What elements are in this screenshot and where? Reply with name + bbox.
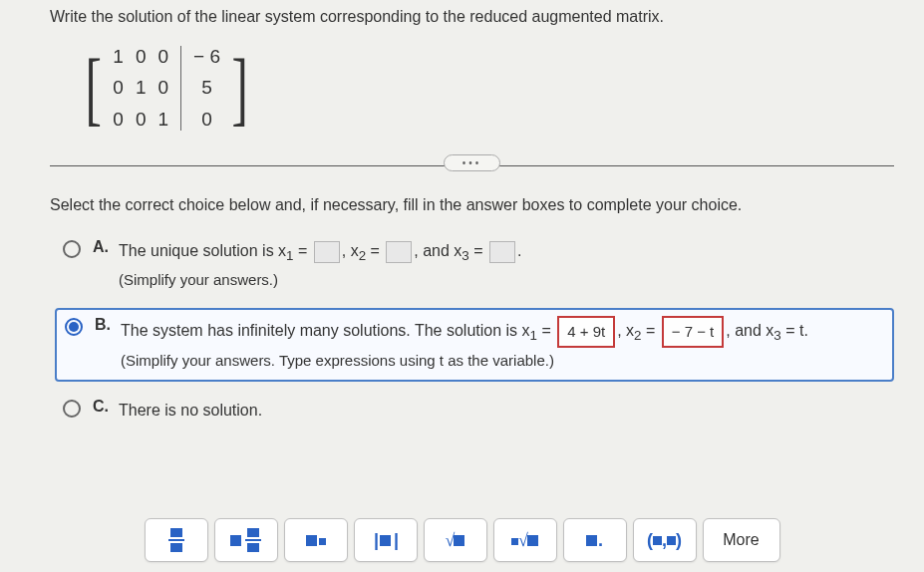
choice-a-letter: A.: [93, 238, 109, 256]
tool-mixed-fraction[interactable]: [214, 518, 278, 562]
radio-c[interactable]: [63, 400, 81, 418]
tool-nth-root[interactable]: √: [493, 518, 557, 562]
augmented-matrix: [ 100 010 001 − 650 ]: [80, 41, 253, 136]
radio-b[interactable]: [65, 318, 83, 336]
choice-a-input-x3[interactable]: [489, 241, 515, 263]
augment-divider: [180, 46, 181, 131]
expand-button[interactable]: •••: [444, 154, 501, 171]
choice-b[interactable]: B. The system has infinitely many soluti…: [55, 308, 894, 382]
math-toolbar: | | √ √ . (,) More: [0, 518, 924, 562]
tool-decimal[interactable]: .: [563, 518, 627, 562]
choice-b-text-2: , x: [617, 322, 634, 339]
choice-c-letter: C.: [93, 398, 109, 416]
choice-b-text-3: , and x: [726, 322, 773, 339]
choice-b-text-1: The system has infinitely many solutions…: [121, 322, 530, 339]
tool-more[interactable]: More: [703, 518, 780, 562]
choice-b-input-x1[interactable]: 4 + 9t: [557, 316, 615, 348]
tool-exponent[interactable]: [284, 518, 348, 562]
bracket-right-icon: ]: [231, 54, 247, 124]
choice-b-x3: = t.: [781, 322, 808, 339]
bracket-left-icon: [: [85, 54, 101, 124]
radio-a[interactable]: [63, 240, 81, 258]
matrix-col-2: 010: [130, 41, 153, 136]
tool-absolute-value[interactable]: | |: [354, 518, 418, 562]
choice-b-input-x2[interactable]: − 7 − t: [662, 316, 725, 348]
choice-a-hint: (Simplify your answers.): [119, 271, 278, 288]
tool-sqrt[interactable]: √: [424, 518, 487, 562]
tool-ordered-pair[interactable]: (,): [633, 518, 697, 562]
question-text: Write the solution of the linear system …: [50, 8, 894, 26]
instruction-text: Select the correct choice below and, if …: [50, 196, 894, 214]
choice-a[interactable]: A. The unique solution is x1 = , x2 = , …: [55, 232, 894, 298]
choice-a-text-1: The unique solution is x: [119, 242, 286, 259]
tool-fraction[interactable]: [145, 518, 208, 562]
choice-b-hint: (Simplify your answers. Type expressions…: [121, 352, 554, 369]
choice-c-text: There is no solution.: [119, 398, 262, 424]
choice-a-input-x2[interactable]: [386, 241, 412, 263]
choice-c[interactable]: C. There is no solution.: [55, 392, 894, 429]
choice-a-text-2: , x: [342, 242, 359, 259]
choice-a-input-x1[interactable]: [314, 241, 340, 263]
choice-a-text-3: , and x: [414, 242, 462, 259]
matrix-col-3: 001: [152, 41, 174, 136]
choice-b-letter: B.: [95, 316, 111, 334]
matrix-col-1: 100: [107, 41, 130, 136]
matrix-col-aug: − 650: [187, 41, 226, 136]
